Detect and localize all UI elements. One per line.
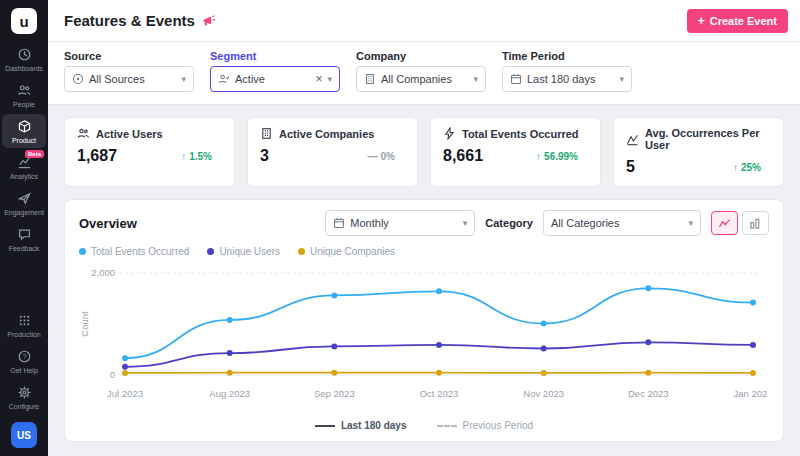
sidebar-item-label: Analytics	[10, 173, 38, 180]
svg-text:?: ?	[22, 352, 26, 361]
clear-icon[interactable]: ×	[315, 73, 322, 85]
sidebar-item-configure[interactable]: Configure	[2, 380, 46, 414]
beta-badge: Beta	[25, 150, 44, 158]
kpi-value: 1,687	[77, 147, 117, 165]
building-icon	[364, 73, 376, 85]
sidebar-item-analytics[interactable]: Beta Analytics	[2, 150, 46, 184]
svg-text:Jul 2023: Jul 2023	[107, 388, 143, 399]
trend-icon	[626, 133, 639, 146]
sidebar-item-label: Product	[12, 137, 36, 144]
overview-chart: 2,0000CountJul 2023Aug 2023Sep 2023Oct 2…	[79, 259, 767, 417]
kpi-card-active-companies: Active Companies 3 —0%	[247, 117, 418, 187]
legend-label: Total Events Occurred	[91, 246, 189, 257]
legend-label: Unique Users	[219, 246, 280, 257]
arrow-up-icon: ↑	[733, 162, 738, 173]
filter-time-period: Time Period Last 180 days ▾	[502, 50, 632, 92]
megaphone-icon	[202, 14, 216, 28]
chart-footer-legend: Last 180 days Previous Period	[79, 418, 769, 435]
legend-unique-companies[interactable]: Unique Companies	[298, 246, 395, 257]
company-select[interactable]: All Companies ▾	[356, 66, 486, 92]
solid-line-icon	[315, 425, 335, 427]
dashboards-icon	[17, 47, 32, 62]
kpi-row: Active Users 1,687 ↑1.5% Active Companie…	[48, 105, 800, 187]
users-icon	[77, 127, 90, 140]
line-chart-toggle[interactable]	[711, 211, 738, 235]
footer-legend-current: Last 180 days	[315, 420, 407, 431]
page-title: Features & Events	[64, 12, 195, 29]
svg-text:0: 0	[110, 369, 115, 380]
product-icon	[17, 119, 32, 134]
chevron-down-icon: ▾	[473, 75, 478, 84]
calendar-icon	[333, 217, 345, 229]
create-event-button[interactable]: + Create Event	[687, 9, 788, 33]
svg-text:Aug 2023: Aug 2023	[209, 388, 250, 399]
chart-legend: Total Events Occurred Unique Users Uniqu…	[79, 246, 769, 257]
create-event-label: Create Event	[710, 15, 777, 27]
overview-chart-area: 2,0000CountJul 2023Aug 2023Sep 2023Oct 2…	[79, 259, 769, 418]
bar-chart-toggle[interactable]	[742, 211, 769, 235]
sidebar-item-feedback[interactable]: Feedback	[2, 222, 46, 256]
app-root: u Dashboards People Product Beta Analyti…	[0, 0, 800, 456]
time-period-select[interactable]: Last 180 days ▾	[502, 66, 632, 92]
source-select[interactable]: All Sources ▾	[64, 66, 194, 92]
kpi-delta: —0%	[368, 151, 395, 162]
sidebar-item-people[interactable]: People	[2, 78, 46, 112]
filter-time-period-label: Time Period	[502, 50, 632, 62]
granularity-select[interactable]: Monthly ▾	[325, 210, 475, 236]
kpi-value: 8,661	[443, 147, 483, 165]
arrow-up-icon: ↑	[536, 151, 541, 162]
sidebar-item-product[interactable]: Product	[2, 114, 46, 148]
category-select[interactable]: All Categories ▾	[543, 210, 701, 236]
grid-icon	[17, 313, 32, 328]
source-select-value: All Sources	[89, 73, 176, 85]
sidebar-bottom-nav: Production ? Get Help Configure US	[0, 308, 48, 448]
legend-unique-users[interactable]: Unique Users	[207, 246, 280, 257]
sidebar-item-label: Feedback	[9, 245, 40, 252]
svg-text:2,000: 2,000	[91, 267, 115, 278]
overview-controls: Monthly ▾ Category All Categories ▾	[325, 210, 769, 236]
kpi-delta: ↑1.5%	[181, 151, 212, 162]
segment-select-value: Active	[235, 73, 310, 85]
kpi-value: 5	[626, 158, 635, 176]
overview-header: Overview Monthly ▾ Category All Categori…	[79, 210, 769, 236]
kpi-delta: ↑56.99%	[536, 151, 578, 162]
sidebar-item-label: Configure	[9, 403, 39, 410]
svg-text:Jan 2024: Jan 2024	[733, 388, 767, 399]
arrow-up-icon: ↑	[181, 151, 186, 162]
filter-bar: Source All Sources ▾ Segment Active × ▾ …	[48, 42, 800, 105]
calendar-icon	[510, 73, 522, 85]
sidebar-item-production[interactable]: Production	[2, 308, 46, 342]
user-avatar[interactable]: US	[11, 422, 37, 448]
svg-text:Nov 2023: Nov 2023	[523, 388, 564, 399]
kpi-label: Avg. Occurrences Per User	[645, 127, 771, 151]
filter-company-label: Company	[356, 50, 486, 62]
sidebar-item-label: Get Help	[10, 367, 38, 374]
overview-title: Overview	[79, 216, 137, 231]
footer-legend-previous: Previous Period	[437, 420, 534, 431]
sidebar-item-engagement[interactable]: Engagement	[2, 186, 46, 220]
sidebar-item-label: Production	[7, 331, 40, 338]
sidebar-item-label: People	[13, 101, 35, 108]
engagement-icon	[17, 191, 32, 206]
chevron-down-icon: ▾	[327, 75, 332, 84]
sidebar-item-get-help[interactable]: ? Get Help	[2, 344, 46, 378]
svg-text:Count: Count	[79, 311, 90, 337]
category-select-value: All Categories	[551, 217, 683, 229]
chart-type-toggle	[711, 211, 769, 235]
svg-text:Dec 2023: Dec 2023	[628, 388, 669, 399]
app-logo[interactable]: u	[11, 8, 37, 34]
sidebar-item-dashboards[interactable]: Dashboards	[2, 42, 46, 76]
time-period-select-value: Last 180 days	[527, 73, 614, 85]
kpi-delta: ↑25%	[733, 162, 761, 173]
segment-select[interactable]: Active × ▾	[210, 66, 340, 92]
main-content: Features & Events + Create Event Source …	[48, 0, 800, 456]
legend-label: Unique Companies	[310, 246, 395, 257]
legend-dot	[298, 248, 305, 255]
category-label: Category	[485, 217, 533, 229]
kpi-label: Active Users	[96, 128, 163, 140]
svg-text:Oct 2023: Oct 2023	[420, 388, 459, 399]
segment-icon	[218, 73, 230, 85]
legend-total-events[interactable]: Total Events Occurred	[79, 246, 189, 257]
kpi-card-active-users: Active Users 1,687 ↑1.5%	[64, 117, 235, 187]
filter-source-label: Source	[64, 50, 194, 62]
